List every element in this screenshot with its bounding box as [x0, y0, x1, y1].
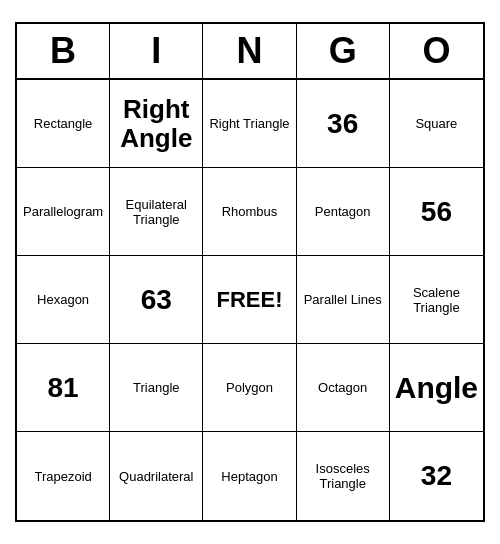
bingo-card: BINGO RectangleRight AngleRight Triangle…: [15, 22, 485, 522]
bingo-cell: Pentagon: [297, 168, 390, 256]
bingo-cell: Right Angle: [110, 80, 203, 168]
bingo-cell: Hexagon: [17, 256, 110, 344]
bingo-cell: 81: [17, 344, 110, 432]
bingo-cell: Quadrilateral: [110, 432, 203, 520]
bingo-cell: Rhombus: [203, 168, 296, 256]
bingo-cell: 36: [297, 80, 390, 168]
bingo-header: BINGO: [17, 24, 483, 80]
bingo-cell: 32: [390, 432, 483, 520]
bingo-cell: Rectangle: [17, 80, 110, 168]
bingo-cell: 63: [110, 256, 203, 344]
bingo-cell: Trapezoid: [17, 432, 110, 520]
bingo-cell: Octagon: [297, 344, 390, 432]
bingo-cell: Scalene Triangle: [390, 256, 483, 344]
bingo-cell: Angle: [390, 344, 483, 432]
bingo-cell: FREE!: [203, 256, 296, 344]
header-letter: G: [297, 24, 390, 78]
bingo-cell: Square: [390, 80, 483, 168]
bingo-cell: Heptagon: [203, 432, 296, 520]
bingo-grid: RectangleRight AngleRight Triangle36Squa…: [17, 80, 483, 520]
header-letter: N: [203, 24, 296, 78]
bingo-cell: Isosceles Triangle: [297, 432, 390, 520]
header-letter: I: [110, 24, 203, 78]
bingo-cell: Parallel Lines: [297, 256, 390, 344]
bingo-cell: Parallelogram: [17, 168, 110, 256]
bingo-cell: Triangle: [110, 344, 203, 432]
bingo-cell: Polygon: [203, 344, 296, 432]
header-letter: B: [17, 24, 110, 78]
bingo-cell: Equilateral Triangle: [110, 168, 203, 256]
header-letter: O: [390, 24, 483, 78]
bingo-cell: Right Triangle: [203, 80, 296, 168]
bingo-cell: 56: [390, 168, 483, 256]
